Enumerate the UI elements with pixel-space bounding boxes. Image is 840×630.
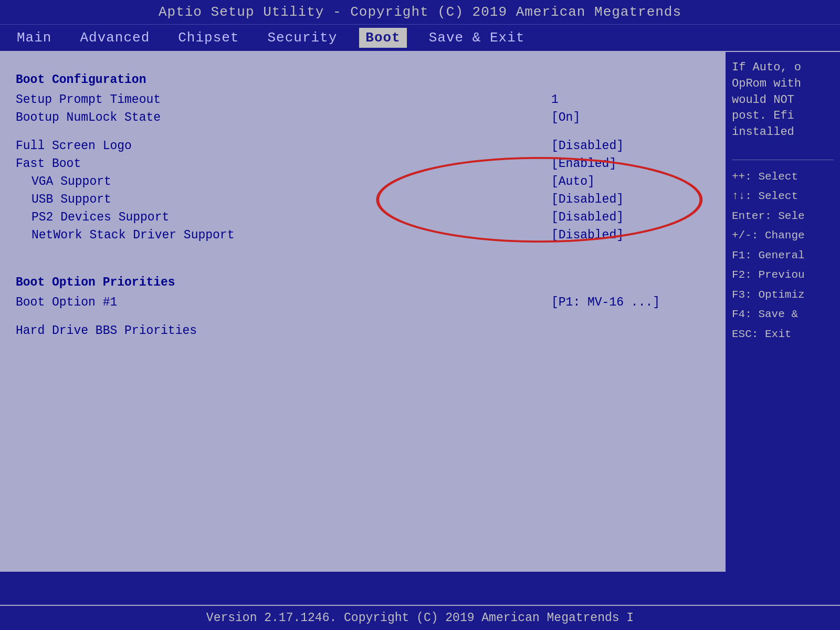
title-bar: Aptio Setup Utility - Copyright (C) 2019… xyxy=(0,0,840,25)
network-stack-label: NetWork Stack Driver Support xyxy=(32,228,234,242)
right-panel: If Auto, o OpRom with would NOT post. Ef… xyxy=(724,52,840,572)
main-content: Boot Configuration Setup Prompt Timeout … xyxy=(0,52,840,572)
key-hint-select-h: ++: Select xyxy=(732,169,834,185)
usb-support-value: [Disabled] xyxy=(551,193,709,206)
key-hint-change: +/-: Change xyxy=(732,227,834,244)
help-text: If Auto, o OpRom with would NOT post. Ef… xyxy=(732,60,834,141)
menu-bar: Main Advanced Chipset Security Boot Save… xyxy=(0,25,840,52)
setup-prompt-timeout-row[interactable]: Setup Prompt Timeout 1 xyxy=(16,91,709,109)
menu-save-exit[interactable]: Save & Exit xyxy=(423,28,531,48)
setup-prompt-timeout-value: 1 xyxy=(551,93,709,107)
boot-option-1-row[interactable]: Boot Option #1 [P1: MV-16 ...] xyxy=(16,293,709,311)
hdd-bbs-label: Hard Drive BBS Priorities xyxy=(16,324,197,338)
usb-support-label: USB Support xyxy=(32,193,111,206)
ps2-support-row[interactable]: PS2 Devices Support [Disabled] xyxy=(16,208,709,226)
boot-option-1-value: [P1: MV-16 ...] xyxy=(551,296,709,309)
usb-support-row[interactable]: USB Support [Disabled] xyxy=(16,191,709,208)
key-hint-exit: ESC: Exit xyxy=(732,326,834,343)
fast-boot-label: Fast Boot xyxy=(16,157,81,171)
setup-prompt-timeout-label: Setup Prompt Timeout xyxy=(16,93,161,107)
title-text: Aptio Setup Utility - Copyright (C) 2019… xyxy=(159,4,681,20)
version-bar: Version 2.17.1246. Copyright (C) 2019 Am… xyxy=(0,605,840,630)
full-screen-logo-value: [Disabled] xyxy=(551,139,709,153)
vga-support-value: [Auto] xyxy=(551,175,709,188)
ps2-support-label: PS2 Devices Support xyxy=(32,211,169,224)
version-text: Version 2.17.1246. Copyright (C) 2019 Am… xyxy=(206,611,634,625)
bootup-numlock-row[interactable]: Bootup NumLock State [On] xyxy=(16,109,709,127)
divider xyxy=(732,160,834,160)
hdd-bbs-row[interactable]: Hard Drive BBS Priorities xyxy=(16,322,709,340)
network-stack-value: [Disabled] xyxy=(551,228,709,242)
boot-config-title: Boot Configuration xyxy=(16,73,709,87)
menu-advanced[interactable]: Advanced xyxy=(74,28,156,48)
fast-boot-group: Fast Boot [Enabled] VGA Support [Auto] U… xyxy=(16,155,709,244)
vga-support-label: VGA Support xyxy=(32,175,111,188)
menu-security[interactable]: Security xyxy=(261,28,343,48)
boot-option-1-label: Boot Option #1 xyxy=(16,296,117,309)
menu-main[interactable]: Main xyxy=(10,28,58,48)
full-screen-logo-label: Full Screen Logo xyxy=(16,139,132,153)
key-hint-enter: Enter: Sele xyxy=(732,208,834,225)
bootup-numlock-value: [On] xyxy=(551,111,709,124)
bootup-numlock-label: Bootup NumLock State xyxy=(16,111,161,124)
key-hint-optimize: F3: Optimiz xyxy=(732,287,834,303)
display-section: Full Screen Logo [Disabled] Fast Boot [E… xyxy=(16,137,709,244)
full-screen-logo-row[interactable]: Full Screen Logo [Disabled] xyxy=(16,137,709,155)
key-hint-select-v: ↑↓: Select xyxy=(732,188,834,205)
ps2-support-value: [Disabled] xyxy=(551,211,709,224)
key-hint-save: F4: Save & xyxy=(732,306,834,323)
fast-boot-row[interactable]: Fast Boot [Enabled] xyxy=(16,155,709,173)
vga-support-row[interactable]: VGA Support [Auto] xyxy=(16,173,709,191)
fast-boot-value: [Enabled] xyxy=(551,157,709,171)
key-hint-general: F1: General xyxy=(732,247,834,264)
left-panel: Boot Configuration Setup Prompt Timeout … xyxy=(0,52,724,572)
network-stack-row[interactable]: NetWork Stack Driver Support [Disabled] xyxy=(16,226,709,244)
boot-options-title: Boot Option Priorities xyxy=(16,276,709,289)
key-hint-previous: F2: Previou xyxy=(732,267,834,284)
menu-chipset[interactable]: Chipset xyxy=(172,28,245,48)
menu-boot[interactable]: Boot xyxy=(359,28,406,48)
